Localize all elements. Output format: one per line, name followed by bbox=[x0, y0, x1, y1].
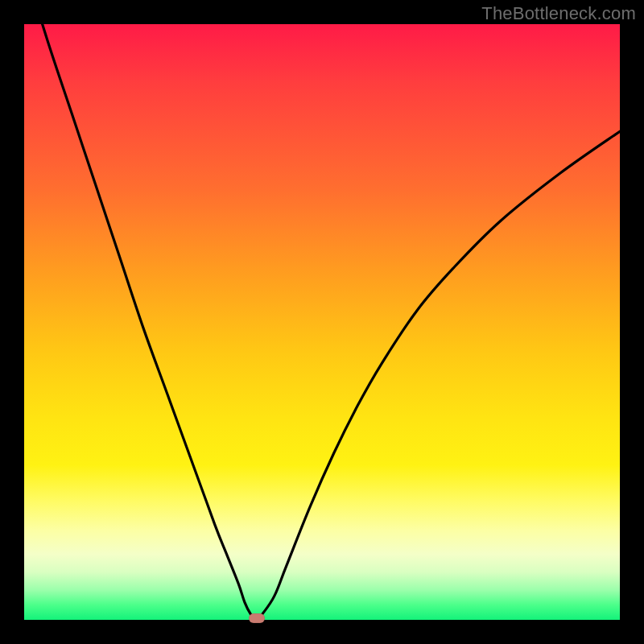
plot-area bbox=[24, 24, 620, 620]
watermark-text: TheBottleneck.com bbox=[481, 3, 636, 24]
chart-frame: TheBottleneck.com bbox=[0, 0, 644, 644]
bottleneck-curve bbox=[24, 24, 620, 620]
minimum-marker bbox=[249, 613, 265, 623]
